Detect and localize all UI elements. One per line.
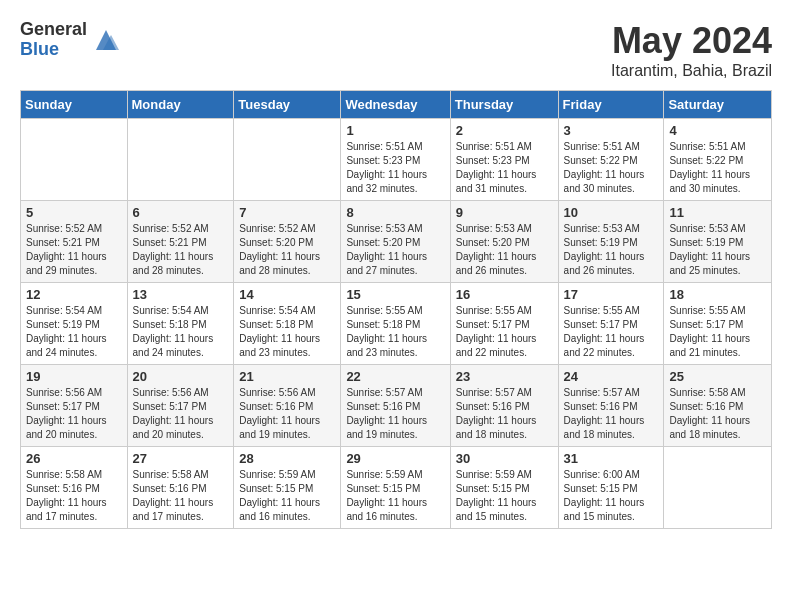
calendar-cell: 26Sunrise: 5:58 AM Sunset: 5:16 PM Dayli… bbox=[21, 447, 128, 529]
day-info: Sunrise: 5:57 AM Sunset: 5:16 PM Dayligh… bbox=[346, 386, 444, 442]
day-info: Sunrise: 6:00 AM Sunset: 5:15 PM Dayligh… bbox=[564, 468, 659, 524]
day-of-week-header: Monday bbox=[127, 91, 234, 119]
logo-blue: Blue bbox=[20, 40, 87, 60]
logo: General Blue bbox=[20, 20, 121, 60]
day-of-week-header: Wednesday bbox=[341, 91, 450, 119]
day-info: Sunrise: 5:56 AM Sunset: 5:17 PM Dayligh… bbox=[133, 386, 229, 442]
calendar-week-row: 12Sunrise: 5:54 AM Sunset: 5:19 PM Dayli… bbox=[21, 283, 772, 365]
calendar-cell: 16Sunrise: 5:55 AM Sunset: 5:17 PM Dayli… bbox=[450, 283, 558, 365]
calendar-cell: 11Sunrise: 5:53 AM Sunset: 5:19 PM Dayli… bbox=[664, 201, 772, 283]
calendar-cell: 4Sunrise: 5:51 AM Sunset: 5:22 PM Daylig… bbox=[664, 119, 772, 201]
calendar-cell: 28Sunrise: 5:59 AM Sunset: 5:15 PM Dayli… bbox=[234, 447, 341, 529]
day-info: Sunrise: 5:54 AM Sunset: 5:19 PM Dayligh… bbox=[26, 304, 122, 360]
day-number: 17 bbox=[564, 287, 659, 302]
calendar-cell: 20Sunrise: 5:56 AM Sunset: 5:17 PM Dayli… bbox=[127, 365, 234, 447]
calendar-cell: 23Sunrise: 5:57 AM Sunset: 5:16 PM Dayli… bbox=[450, 365, 558, 447]
day-number: 1 bbox=[346, 123, 444, 138]
day-info: Sunrise: 5:52 AM Sunset: 5:20 PM Dayligh… bbox=[239, 222, 335, 278]
day-number: 14 bbox=[239, 287, 335, 302]
calendar-cell: 14Sunrise: 5:54 AM Sunset: 5:18 PM Dayli… bbox=[234, 283, 341, 365]
day-number: 9 bbox=[456, 205, 553, 220]
page-header: General Blue May 2024 Itarantim, Bahia, … bbox=[20, 20, 772, 80]
day-number: 19 bbox=[26, 369, 122, 384]
calendar-cell: 25Sunrise: 5:58 AM Sunset: 5:16 PM Dayli… bbox=[664, 365, 772, 447]
day-number: 27 bbox=[133, 451, 229, 466]
day-number: 18 bbox=[669, 287, 766, 302]
calendar-week-row: 26Sunrise: 5:58 AM Sunset: 5:16 PM Dayli… bbox=[21, 447, 772, 529]
day-of-week-header: Sunday bbox=[21, 91, 128, 119]
calendar-cell: 17Sunrise: 5:55 AM Sunset: 5:17 PM Dayli… bbox=[558, 283, 664, 365]
day-number: 24 bbox=[564, 369, 659, 384]
calendar-week-row: 5Sunrise: 5:52 AM Sunset: 5:21 PM Daylig… bbox=[21, 201, 772, 283]
calendar-cell: 18Sunrise: 5:55 AM Sunset: 5:17 PM Dayli… bbox=[664, 283, 772, 365]
calendar-table: SundayMondayTuesdayWednesdayThursdayFrid… bbox=[20, 90, 772, 529]
day-info: Sunrise: 5:58 AM Sunset: 5:16 PM Dayligh… bbox=[669, 386, 766, 442]
calendar-cell: 6Sunrise: 5:52 AM Sunset: 5:21 PM Daylig… bbox=[127, 201, 234, 283]
calendar-cell: 19Sunrise: 5:56 AM Sunset: 5:17 PM Dayli… bbox=[21, 365, 128, 447]
day-info: Sunrise: 5:59 AM Sunset: 5:15 PM Dayligh… bbox=[239, 468, 335, 524]
calendar-header-row: SundayMondayTuesdayWednesdayThursdayFrid… bbox=[21, 91, 772, 119]
day-info: Sunrise: 5:51 AM Sunset: 5:23 PM Dayligh… bbox=[346, 140, 444, 196]
calendar-cell bbox=[664, 447, 772, 529]
calendar-cell: 12Sunrise: 5:54 AM Sunset: 5:19 PM Dayli… bbox=[21, 283, 128, 365]
logo-general: General bbox=[20, 20, 87, 40]
calendar-week-row: 19Sunrise: 5:56 AM Sunset: 5:17 PM Dayli… bbox=[21, 365, 772, 447]
calendar-location: Itarantim, Bahia, Brazil bbox=[611, 62, 772, 80]
day-info: Sunrise: 5:56 AM Sunset: 5:16 PM Dayligh… bbox=[239, 386, 335, 442]
day-number: 7 bbox=[239, 205, 335, 220]
day-info: Sunrise: 5:51 AM Sunset: 5:22 PM Dayligh… bbox=[564, 140, 659, 196]
day-number: 2 bbox=[456, 123, 553, 138]
day-number: 13 bbox=[133, 287, 229, 302]
logo-text: General Blue bbox=[20, 20, 87, 60]
logo-icon bbox=[91, 25, 121, 55]
calendar-cell: 2Sunrise: 5:51 AM Sunset: 5:23 PM Daylig… bbox=[450, 119, 558, 201]
day-info: Sunrise: 5:52 AM Sunset: 5:21 PM Dayligh… bbox=[26, 222, 122, 278]
day-number: 12 bbox=[26, 287, 122, 302]
day-of-week-header: Thursday bbox=[450, 91, 558, 119]
calendar-cell: 10Sunrise: 5:53 AM Sunset: 5:19 PM Dayli… bbox=[558, 201, 664, 283]
calendar-cell: 3Sunrise: 5:51 AM Sunset: 5:22 PM Daylig… bbox=[558, 119, 664, 201]
day-number: 30 bbox=[456, 451, 553, 466]
day-info: Sunrise: 5:55 AM Sunset: 5:17 PM Dayligh… bbox=[564, 304, 659, 360]
day-number: 21 bbox=[239, 369, 335, 384]
calendar-week-row: 1Sunrise: 5:51 AM Sunset: 5:23 PM Daylig… bbox=[21, 119, 772, 201]
day-info: Sunrise: 5:58 AM Sunset: 5:16 PM Dayligh… bbox=[133, 468, 229, 524]
day-info: Sunrise: 5:58 AM Sunset: 5:16 PM Dayligh… bbox=[26, 468, 122, 524]
day-number: 20 bbox=[133, 369, 229, 384]
day-number: 5 bbox=[26, 205, 122, 220]
title-block: May 2024 Itarantim, Bahia, Brazil bbox=[611, 20, 772, 80]
day-number: 11 bbox=[669, 205, 766, 220]
day-info: Sunrise: 5:53 AM Sunset: 5:19 PM Dayligh… bbox=[669, 222, 766, 278]
day-of-week-header: Friday bbox=[558, 91, 664, 119]
day-number: 8 bbox=[346, 205, 444, 220]
day-number: 31 bbox=[564, 451, 659, 466]
calendar-cell: 15Sunrise: 5:55 AM Sunset: 5:18 PM Dayli… bbox=[341, 283, 450, 365]
day-info: Sunrise: 5:55 AM Sunset: 5:18 PM Dayligh… bbox=[346, 304, 444, 360]
day-info: Sunrise: 5:57 AM Sunset: 5:16 PM Dayligh… bbox=[456, 386, 553, 442]
calendar-cell: 29Sunrise: 5:59 AM Sunset: 5:15 PM Dayli… bbox=[341, 447, 450, 529]
day-number: 4 bbox=[669, 123, 766, 138]
calendar-cell: 22Sunrise: 5:57 AM Sunset: 5:16 PM Dayli… bbox=[341, 365, 450, 447]
day-number: 29 bbox=[346, 451, 444, 466]
day-of-week-header: Saturday bbox=[664, 91, 772, 119]
day-number: 10 bbox=[564, 205, 659, 220]
day-of-week-header: Tuesday bbox=[234, 91, 341, 119]
day-number: 3 bbox=[564, 123, 659, 138]
calendar-cell: 24Sunrise: 5:57 AM Sunset: 5:16 PM Dayli… bbox=[558, 365, 664, 447]
calendar-cell: 13Sunrise: 5:54 AM Sunset: 5:18 PM Dayli… bbox=[127, 283, 234, 365]
day-number: 23 bbox=[456, 369, 553, 384]
day-info: Sunrise: 5:53 AM Sunset: 5:19 PM Dayligh… bbox=[564, 222, 659, 278]
calendar-cell bbox=[127, 119, 234, 201]
day-number: 6 bbox=[133, 205, 229, 220]
calendar-cell bbox=[21, 119, 128, 201]
day-number: 15 bbox=[346, 287, 444, 302]
calendar-cell: 8Sunrise: 5:53 AM Sunset: 5:20 PM Daylig… bbox=[341, 201, 450, 283]
calendar-title: May 2024 bbox=[611, 20, 772, 62]
calendar-cell: 7Sunrise: 5:52 AM Sunset: 5:20 PM Daylig… bbox=[234, 201, 341, 283]
day-info: Sunrise: 5:53 AM Sunset: 5:20 PM Dayligh… bbox=[346, 222, 444, 278]
calendar-cell: 5Sunrise: 5:52 AM Sunset: 5:21 PM Daylig… bbox=[21, 201, 128, 283]
calendar-cell bbox=[234, 119, 341, 201]
day-info: Sunrise: 5:55 AM Sunset: 5:17 PM Dayligh… bbox=[456, 304, 553, 360]
day-info: Sunrise: 5:57 AM Sunset: 5:16 PM Dayligh… bbox=[564, 386, 659, 442]
day-info: Sunrise: 5:54 AM Sunset: 5:18 PM Dayligh… bbox=[239, 304, 335, 360]
